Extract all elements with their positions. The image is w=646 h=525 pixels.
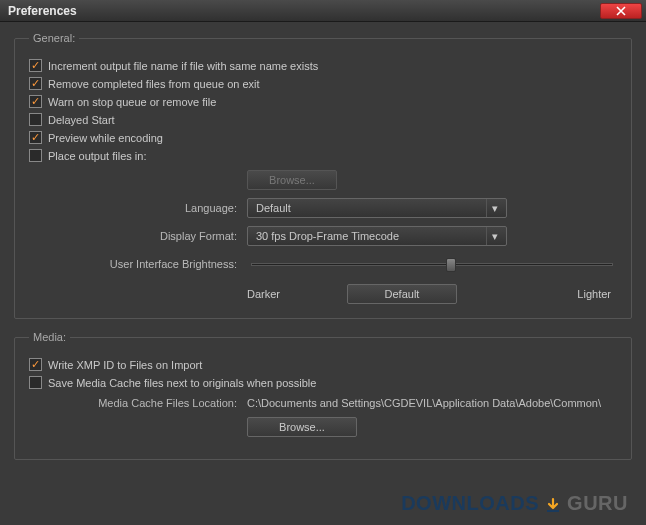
media-browse-button[interactable]: Browse... — [247, 417, 357, 437]
darker-label: Darker — [247, 288, 337, 300]
preview-row: Preview while encoding — [29, 131, 617, 144]
language-row: Language: Default ▾ — [29, 198, 617, 218]
watermark-downloads: DOWNLOADS — [401, 492, 539, 514]
media-group: Media: Write XMP ID to Files on Import S… — [14, 331, 632, 460]
increment-label: Increment output file name if file with … — [48, 60, 318, 72]
watermark-guru: GURU — [567, 492, 628, 514]
save-cache-label: Save Media Cache files next to originals… — [48, 377, 316, 389]
cache-location-label: Media Cache Files Location: — [29, 397, 247, 409]
delayed-checkbox[interactable] — [29, 113, 42, 126]
brightness-slider[interactable] — [247, 254, 617, 274]
save-cache-row: Save Media Cache files next to originals… — [29, 376, 617, 389]
lighter-label: Lighter — [467, 288, 617, 300]
increment-row: Increment output file name if file with … — [29, 59, 617, 72]
content-area: General: Increment output file name if f… — [0, 22, 646, 525]
write-xmp-label: Write XMP ID to Files on Import — [48, 359, 202, 371]
media-legend: Media: — [29, 331, 70, 343]
cache-location-value: C:\Documents and Settings\CGDEVIL\Applic… — [247, 397, 601, 409]
language-label: Language: — [29, 202, 247, 214]
preferences-window: Preferences General: Increment output fi… — [0, 0, 646, 525]
svg-rect-0 — [547, 510, 559, 512]
increment-checkbox[interactable] — [29, 59, 42, 72]
chevron-down-icon: ▾ — [486, 199, 502, 217]
display-format-value: 30 fps Drop-Frame Timecode — [256, 230, 486, 242]
place-row: Place output files in: — [29, 149, 617, 162]
language-select[interactable]: Default ▾ — [247, 198, 507, 218]
watermark: DOWNLOADS GURU — [401, 492, 628, 517]
language-value: Default — [256, 202, 486, 214]
chevron-down-icon: ▾ — [486, 227, 502, 245]
remove-label: Remove completed files from queue on exi… — [48, 78, 260, 90]
delayed-row: Delayed Start — [29, 113, 617, 126]
remove-checkbox[interactable] — [29, 77, 42, 90]
default-wrap: Default — [337, 284, 467, 304]
preview-checkbox[interactable] — [29, 131, 42, 144]
save-cache-checkbox[interactable] — [29, 376, 42, 389]
window-title: Preferences — [8, 4, 600, 18]
close-button[interactable] — [600, 3, 642, 19]
warn-label: Warn on stop queue or remove file — [48, 96, 216, 108]
close-icon — [615, 6, 627, 16]
write-xmp-checkbox[interactable] — [29, 358, 42, 371]
cache-location-row: Media Cache Files Location: C:\Documents… — [29, 397, 617, 409]
general-legend: General: — [29, 32, 79, 44]
warn-row: Warn on stop queue or remove file — [29, 95, 617, 108]
download-arrow-icon — [544, 497, 562, 517]
brightness-label: User Interface Brightness: — [29, 258, 247, 270]
display-format-label: Display Format: — [29, 230, 247, 242]
place-browse-row: Browse... — [29, 170, 617, 190]
default-button[interactable]: Default — [347, 284, 457, 304]
place-label: Place output files in: — [48, 150, 146, 162]
media-browse-row: Browse... — [29, 417, 617, 437]
warn-checkbox[interactable] — [29, 95, 42, 108]
remove-row: Remove completed files from queue on exi… — [29, 77, 617, 90]
write-xmp-row: Write XMP ID to Files on Import — [29, 358, 617, 371]
place-checkbox[interactable] — [29, 149, 42, 162]
slider-track — [251, 263, 613, 266]
titlebar: Preferences — [0, 0, 646, 22]
preview-label: Preview while encoding — [48, 132, 163, 144]
general-group: General: Increment output file name if f… — [14, 32, 632, 319]
display-format-select[interactable]: 30 fps Drop-Frame Timecode ▾ — [247, 226, 507, 246]
delayed-label: Delayed Start — [48, 114, 115, 126]
place-browse-button: Browse... — [247, 170, 337, 190]
slider-thumb[interactable] — [446, 258, 456, 272]
brightness-labels: Darker Default Lighter — [29, 284, 617, 304]
brightness-row: User Interface Brightness: — [29, 254, 617, 274]
display-format-row: Display Format: 30 fps Drop-Frame Timeco… — [29, 226, 617, 246]
